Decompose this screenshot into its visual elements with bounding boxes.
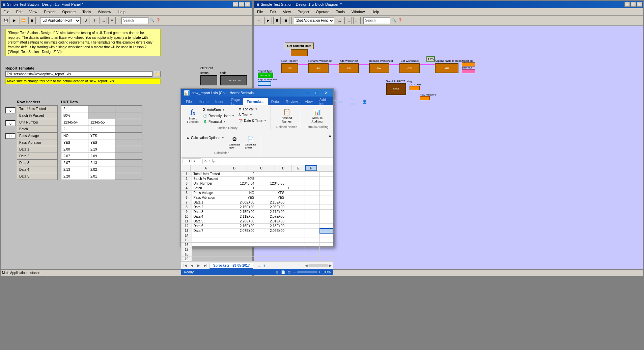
excel-cell-r13E[interactable]	[305, 228, 320, 233]
calculate-sheet-btn[interactable]: 📄 CalculateSheet	[243, 135, 258, 150]
excel-cell-r16B[interactable]	[226, 243, 256, 247]
folder-browse-btn[interactable]: 📁	[154, 71, 161, 77]
excel-cell-r19C[interactable]	[256, 257, 286, 262]
col-a-header[interactable]: A	[191, 165, 221, 171]
excel-cell-r9F[interactable]	[320, 210, 333, 214]
excel-cell-r14F[interactable]	[320, 233, 333, 238]
restore-btn[interactable]: □	[239, 2, 244, 7]
excel-cell-r16E[interactable]	[305, 243, 320, 247]
menu-help[interactable]: Help	[116, 9, 127, 15]
h-scroll-left[interactable]: ◀	[305, 264, 308, 267]
menu-operate[interactable]: Operate	[61, 9, 77, 15]
spinner-2[interactable]: 0	[5, 133, 16, 139]
excel-tab-team[interactable]: Team	[331, 98, 346, 105]
bd-close-btn[interactable]: ✕	[637, 2, 642, 7]
excel-cell-r11F[interactable]	[320, 219, 333, 224]
excel-cell-r14C[interactable]	[256, 233, 286, 238]
cancel-formula-icon[interactable]: ✕	[204, 159, 207, 164]
excel-cell-r1E[interactable]	[305, 172, 320, 177]
bd-more1-btn[interactable]: …	[336, 17, 343, 24]
excel-cell-r6A[interactable]: Pass Vibration	[192, 195, 226, 200]
datetime-btn[interactable]: 📅 Date & Time ▼	[237, 118, 268, 123]
excel-cell-r19D[interactable]	[286, 257, 305, 262]
bd-more3-btn[interactable]: …	[353, 17, 361, 24]
iter-btn[interactable]: I	[91, 17, 98, 24]
excel-cell-r15B[interactable]	[226, 238, 256, 243]
bd-back-btn[interactable]: ←	[256, 17, 263, 24]
bd-menu-window[interactable]: Window	[350, 9, 366, 15]
bd-restore-btn[interactable]: □	[631, 2, 636, 7]
excel-minimize-btn[interactable]: ─	[303, 90, 312, 96]
excel-cell-r4C[interactable]	[256, 186, 286, 191]
menu-tools[interactable]: Tools	[81, 9, 92, 15]
search-input[interactable]	[121, 17, 148, 24]
bd-menu-edit[interactable]: Edit	[269, 9, 278, 15]
excel-cell-r7B[interactable]: 2.00E+00	[226, 200, 256, 205]
excel-cell-r7D[interactable]	[286, 200, 305, 205]
uut-cell-col1[interactable]: 2	[61, 106, 88, 112]
excel-cell-r2C[interactable]	[256, 177, 286, 181]
excel-cell-r11D[interactable]	[286, 219, 305, 224]
h-scrollbar-track[interactable]	[308, 264, 329, 267]
col-e-header[interactable]: E	[292, 165, 305, 171]
col-d-header[interactable]: D	[275, 165, 292, 171]
uut-cell-col1[interactable]: 12345-54	[61, 119, 88, 126]
excel-cell-r16F[interactable]	[320, 243, 333, 247]
insert-function-btn[interactable]: fx InsertFunction	[185, 107, 200, 125]
excel-cell-r15D[interactable]	[286, 238, 305, 243]
formula-input[interactable]	[218, 158, 332, 164]
excel-cell-r12C[interactable]: 2.18E+00	[256, 224, 286, 228]
excel-cell-r15A[interactable]	[192, 238, 226, 243]
col-f-header[interactable]: F	[305, 165, 317, 171]
excel-cell-r2B[interactable]: 50%	[226, 177, 256, 181]
excel-cell-r8B[interactable]: 2.15E+00	[226, 205, 256, 210]
excel-cell-r10F[interactable]	[320, 214, 333, 219]
excel-cell-r4B[interactable]: 1	[226, 186, 256, 191]
excel-cell-r6E[interactable]	[305, 195, 320, 200]
run-cont-btn[interactable]: ⏩	[20, 17, 27, 24]
confirm-formula-icon[interactable]: ✓	[208, 159, 211, 164]
bd-search-input[interactable]	[363, 17, 390, 24]
excel-cell-r1B[interactable]: 2	[226, 172, 256, 177]
excel-restore-btn[interactable]: □	[312, 90, 321, 96]
spinner-0[interactable]: 0	[5, 107, 16, 113]
excel-cell-r18F[interactable]	[320, 252, 333, 257]
excel-cell-r10C[interactable]: 2.07E+00	[256, 214, 286, 219]
excel-cell-r12D[interactable]	[286, 224, 305, 228]
excel-cell-r13A[interactable]: Data 7	[192, 228, 226, 233]
uut-cell-col2[interactable]: 2	[88, 126, 115, 133]
abort-btn[interactable]: ⏹	[28, 17, 36, 24]
more-btn[interactable]: …	[100, 17, 107, 24]
excel-cell-r19F[interactable]	[320, 257, 333, 262]
sheet-nav-first[interactable]: |◀	[183, 263, 188, 268]
menu-project[interactable]: Project	[43, 9, 57, 15]
uut-cell-col1[interactable]: 2.20	[61, 173, 88, 180]
sheet-nav-next[interactable]: ▶	[196, 263, 201, 268]
defined-names-btn[interactable]: 📋 DefinedNames	[279, 108, 294, 124]
excel-cell-r7E[interactable]	[305, 200, 320, 205]
excel-cell-r16A[interactable]	[192, 243, 226, 247]
bd-pause-btn[interactable]: ⏸	[273, 17, 281, 24]
excel-cell-r5E[interactable]	[305, 191, 320, 195]
excel-cell-r1D[interactable]	[286, 172, 305, 177]
excel-cell-r10B[interactable]: 2.11E+00	[226, 214, 256, 219]
excel-cell-r13D[interactable]	[286, 228, 305, 233]
col-c-header[interactable]: C	[248, 165, 275, 171]
uut-cell-col2[interactable]: YES	[88, 139, 115, 146]
insert-function-formula-icon[interactable]: fx	[212, 159, 215, 164]
bd-menu-tools[interactable]: Tools	[335, 9, 346, 15]
excel-cell-r6D[interactable]	[286, 195, 305, 200]
excel-cell-r9C[interactable]: 2.17E+00	[256, 210, 286, 214]
bd-menu-help[interactable]: Help	[370, 9, 381, 15]
excel-cell-r2A[interactable]: Batch % Passed	[192, 177, 226, 181]
zoom-in-btn[interactable]: +	[319, 270, 321, 274]
excel-cell-r15F[interactable]	[320, 238, 333, 243]
financial-btn[interactable]: 💲 Financial ▼	[202, 119, 236, 124]
excel-cell-r3A[interactable]: Unit Number	[192, 181, 226, 186]
excel-cell-r18C[interactable]	[256, 252, 286, 257]
excel-cell-r5A[interactable]: Pass Voltage	[192, 191, 226, 195]
excel-cell-r3B[interactable]: 12345-54	[226, 181, 256, 186]
save-btn[interactable]: 💾	[2, 17, 9, 24]
uut-cell-col2[interactable]	[88, 112, 115, 119]
excel-cell-r17B[interactable]	[226, 247, 256, 252]
